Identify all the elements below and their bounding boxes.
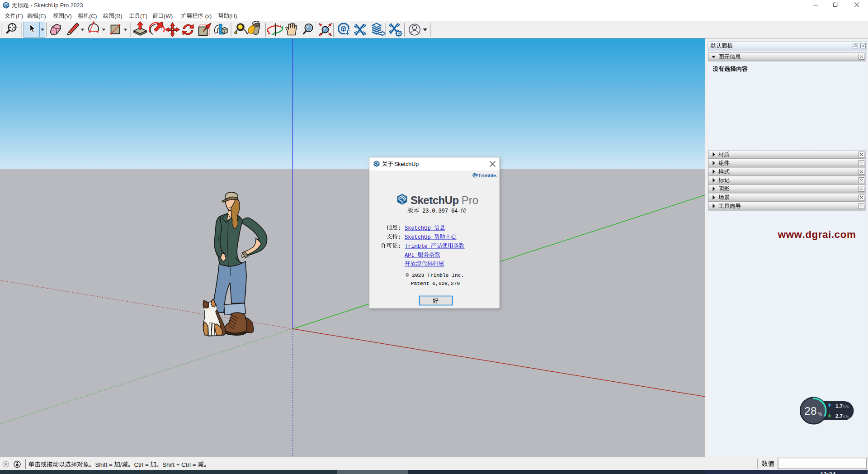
svg-text:28: 28 xyxy=(804,405,816,417)
svg-text:Trimble: Trimble xyxy=(405,243,427,250)
svg-text:Ctrl =: Ctrl = xyxy=(134,461,150,468)
svg-text:- SketchUp Pro 2023: - SketchUp Pro 2023 xyxy=(29,2,83,9)
svg-text:© 2023 Trimble Inc.: © 2023 Trimble Inc. xyxy=(406,273,464,278)
svg-text:%: % xyxy=(818,411,822,417)
svg-text:SketchUp: SketchUp xyxy=(405,225,431,232)
svg-text::: : xyxy=(398,243,401,250)
svg-text:K/s: K/s xyxy=(843,414,849,419)
svg-text:(E): (E) xyxy=(38,13,46,19)
svg-text:(C): (C) xyxy=(89,13,97,19)
svg-text:(W): (W) xyxy=(164,13,173,19)
svg-text:Trimble.: Trimble. xyxy=(478,173,498,178)
svg-text:(F): (F) xyxy=(16,13,23,19)
svg-text:1.7: 1.7 xyxy=(835,403,843,409)
svg-text:23.0.397 64-: 23.0.397 64- xyxy=(422,208,461,214)
svg-text:13:34: 13:34 xyxy=(820,471,836,474)
svg-text:(R): (R) xyxy=(114,13,122,19)
svg-text::: : xyxy=(398,234,401,241)
svg-text:(x): (x) xyxy=(203,13,212,19)
svg-text:(T): (T) xyxy=(140,13,147,19)
svg-text:SketchUp: SketchUp xyxy=(394,161,419,167)
svg-text:Shift =: Shift = xyxy=(95,461,114,468)
svg-text:www.dgrai.com: www.dgrai.com xyxy=(778,229,856,240)
svg-text:Pro: Pro xyxy=(462,194,478,206)
svg-text:(V): (V) xyxy=(64,13,72,19)
svg-text:SketchUp: SketchUp xyxy=(405,234,431,241)
svg-text::: : xyxy=(398,225,401,232)
svg-text:2.7: 2.7 xyxy=(835,413,843,419)
svg-text:K/s: K/s xyxy=(843,404,849,409)
svg-text:SketchUp: SketchUp xyxy=(410,194,459,206)
svg-text:Shift + Ctrl =: Shift + Ctrl = xyxy=(162,461,198,468)
svg-text:(H): (H) xyxy=(229,13,237,19)
svg-text:API: API xyxy=(405,252,415,259)
svg-text:/: / xyxy=(120,461,122,468)
svg-text:Patent 6,628,279: Patent 6,628,279 xyxy=(411,281,460,286)
